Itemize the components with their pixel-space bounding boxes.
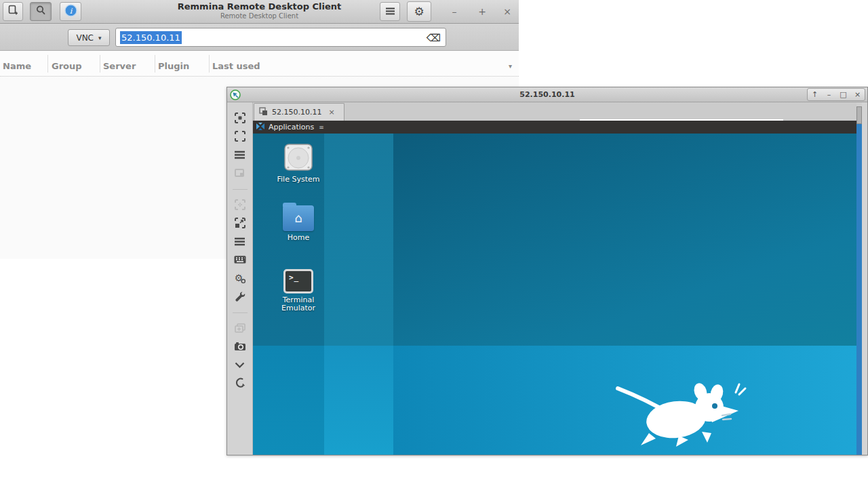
main-menu-button[interactable] bbox=[380, 2, 400, 21]
applications-menu-lines-icon: ≡ bbox=[319, 124, 324, 131]
file-system-drive-icon bbox=[274, 142, 323, 173]
terminal-prompt-glyph: >_ bbox=[283, 269, 313, 293]
main-minimize-button[interactable]: – bbox=[444, 3, 465, 20]
tab-strip: 52.150.10.11 × bbox=[253, 102, 862, 121]
main-window-subtitle: Remote Desktop Client bbox=[102, 12, 417, 20]
hamburger-menu-icon bbox=[385, 5, 395, 18]
fullscreen-icon[interactable] bbox=[234, 130, 246, 142]
column-divider bbox=[155, 55, 155, 73]
dynamic-resolution-icon[interactable] bbox=[234, 199, 246, 211]
xfce-mouse-logo bbox=[608, 375, 752, 448]
applications-menu-button[interactable]: Applications bbox=[269, 123, 314, 131]
new-tab-icon[interactable] bbox=[234, 322, 246, 334]
column-plugin[interactable]: Plugin bbox=[158, 61, 189, 71]
main-maximize-button[interactable]: + bbox=[472, 3, 492, 20]
remote-viewport: 52.150.10.11 × Applications ≡ bbox=[253, 102, 862, 455]
remote-close-button[interactable]: × bbox=[850, 90, 865, 99]
column-server[interactable]: Server bbox=[103, 61, 136, 71]
xfce-panel: Applications ≡ bbox=[253, 121, 862, 134]
desktop-icon-label: Home bbox=[274, 234, 323, 242]
remote-desktop[interactable]: File System ⌂ Home >_ Terminal Emulator bbox=[253, 134, 862, 455]
wallpaper-block bbox=[324, 346, 393, 455]
search-button[interactable] bbox=[30, 2, 52, 21]
connection-tab[interactable]: 52.150.10.11 × bbox=[254, 103, 344, 121]
disconnect-icon[interactable] bbox=[234, 377, 246, 389]
remote-maximize-button[interactable]: □ bbox=[836, 90, 850, 99]
toolbar-divider bbox=[233, 189, 248, 190]
column-divider bbox=[47, 55, 48, 73]
keep-above-button[interactable]: ↑ bbox=[808, 90, 822, 99]
sort-arrow-icon[interactable]: ▾ bbox=[509, 62, 512, 70]
tools-wrench-icon[interactable] bbox=[234, 290, 246, 302]
remote-window-controls: ↑ – □ × bbox=[807, 88, 865, 101]
resolution-lines-icon[interactable] bbox=[234, 148, 246, 161]
switch-tab-icon[interactable] bbox=[234, 167, 246, 179]
gear-icon: ⚙ bbox=[414, 5, 424, 18]
main-window-title: Remmina Remote Desktop Client bbox=[102, 1, 417, 12]
connection-toolbar: ⚙ bbox=[227, 102, 253, 455]
home-folder-icon: ⌂ bbox=[274, 205, 323, 231]
search-icon bbox=[35, 5, 46, 18]
keyboard-grab-icon[interactable] bbox=[234, 253, 246, 266]
house-glyph: ⌂ bbox=[294, 211, 302, 225]
server-address-input[interactable]: 52.150.10.11 ⌫ bbox=[115, 28, 446, 47]
remote-minimize-button[interactable]: – bbox=[822, 90, 836, 99]
settings-button[interactable]: ⚙ bbox=[407, 1, 431, 22]
info-button[interactable]: i bbox=[60, 2, 81, 21]
scaled-mode-icon[interactable] bbox=[234, 217, 246, 229]
remote-body: ⚙ bbox=[227, 102, 867, 455]
column-group[interactable]: Group bbox=[52, 61, 82, 71]
screenshot-camera-icon[interactable] bbox=[234, 340, 246, 352]
remote-window-title: 52.150.10.11 bbox=[227, 90, 867, 99]
wallpaper-block bbox=[393, 134, 862, 346]
column-divider bbox=[209, 55, 210, 73]
new-connection-button[interactable] bbox=[3, 2, 23, 21]
remote-titlebar[interactable]: 52.150.10.11 ↑ – □ × bbox=[227, 87, 867, 102]
scale-lines-icon[interactable] bbox=[234, 235, 246, 247]
desktop-icon-file-system[interactable]: File System bbox=[274, 142, 323, 184]
tab-label: 52.150.10.11 bbox=[272, 108, 321, 117]
redraw-artifact-line bbox=[580, 119, 783, 121]
applications-menu-icon bbox=[256, 121, 265, 134]
remote-connection-window: 52.150.10.11 ↑ – □ × bbox=[226, 87, 868, 455]
info-icon: i bbox=[64, 4, 77, 20]
column-divider bbox=[100, 55, 100, 73]
wallpaper-block bbox=[253, 346, 324, 455]
connection-list-header: Name Group Server Plugin Last used ▾ bbox=[0, 51, 519, 77]
wallpaper-block bbox=[324, 134, 393, 346]
main-close-button[interactable]: × bbox=[497, 3, 517, 20]
main-title-block: Remmina Remote Desktop Client Remote Des… bbox=[102, 1, 417, 20]
clear-entry-icon[interactable]: ⌫ bbox=[427, 32, 441, 44]
main-headerbar: i Remmina Remote Desktop Client Remote D… bbox=[0, 0, 519, 24]
vertical-scrollbar[interactable] bbox=[856, 102, 862, 455]
protocol-value: VNC bbox=[76, 33, 94, 43]
quick-connect-bar: VNC ▾ 52.150.10.11 ⌫ bbox=[0, 24, 519, 51]
new-connection-icon bbox=[7, 5, 18, 18]
desktop-icon-label: Terminal Emulator bbox=[274, 296, 323, 312]
chevron-down-icon: ▾ bbox=[98, 35, 102, 41]
toolbar-divider bbox=[233, 312, 248, 313]
address-selected-text: 52.150.10.11 bbox=[120, 31, 182, 44]
desktop-icon-label: File System bbox=[274, 176, 323, 184]
scrollbar-thumb[interactable] bbox=[856, 106, 862, 124]
tab-close-icon[interactable]: × bbox=[328, 108, 334, 117]
fit-window-icon[interactable] bbox=[234, 112, 246, 124]
desktop-icon-home[interactable]: ⌂ Home bbox=[274, 205, 323, 242]
column-name[interactable]: Name bbox=[3, 61, 31, 71]
minimize-toolbar-chevron-icon[interactable] bbox=[234, 359, 246, 371]
column-last-used[interactable]: Last used bbox=[212, 61, 260, 71]
desktop-icon-terminal-emulator[interactable]: >_ Terminal Emulator bbox=[274, 269, 323, 312]
preferences-gear-icon[interactable]: ⚙ bbox=[234, 272, 246, 284]
terminal-icon: >_ bbox=[274, 269, 323, 293]
protocol-dropdown[interactable]: VNC ▾ bbox=[68, 29, 110, 46]
tab-monitor-icon bbox=[259, 106, 268, 119]
